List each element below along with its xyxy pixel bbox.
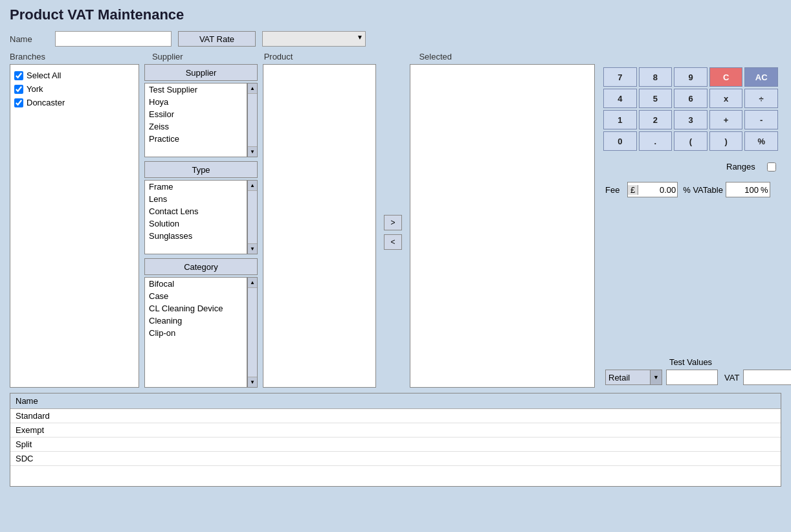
percent-label: %: [759, 185, 770, 195]
table-cell-name: Split: [10, 438, 781, 452]
table-row[interactable]: Exempt: [10, 423, 781, 438]
supplier-item-1[interactable]: Hoya: [145, 96, 247, 108]
calc-c[interactable]: C: [709, 67, 743, 87]
vat-result-label: VAT: [724, 373, 739, 382]
type-button[interactable]: Type: [144, 161, 258, 178]
branch-doncaster-checkbox[interactable]: [14, 98, 23, 107]
retail-arrow[interactable]: ▼: [651, 370, 662, 385]
product-listbox[interactable]: [263, 64, 376, 388]
bottom-table: Name Standard Exempt Split SDC: [10, 393, 781, 466]
category-scroll-up[interactable]: ▲: [248, 278, 257, 288]
selected-listbox[interactable]: [410, 64, 595, 388]
supplier-section: Supplier Test Supplier Hoya Essilor Zeis…: [144, 64, 258, 157]
supplier-item-3[interactable]: Zeiss: [145, 120, 247, 133]
branches-panel: Select All York Doncaster: [10, 64, 139, 388]
test-values-label: Test Values: [605, 357, 776, 367]
table-row[interactable]: Split: [10, 438, 781, 452]
selected-col-label: Selected: [419, 52, 452, 61]
category-button[interactable]: Category: [144, 258, 258, 275]
category-item-1[interactable]: Case: [145, 290, 247, 302]
calc-6[interactable]: 6: [674, 89, 707, 108]
selected-panel: [410, 64, 595, 388]
fee-symbol: £: [628, 185, 638, 195]
ranges-checkbox[interactable]: [767, 162, 776, 172]
calc-open-paren[interactable]: (: [674, 131, 707, 151]
supplier-item-0[interactable]: Test Supplier: [145, 83, 247, 96]
move-left-button[interactable]: <: [384, 234, 402, 250]
ranges-label: Ranges: [726, 162, 762, 172]
calc-close-paren[interactable]: ): [709, 131, 743, 151]
calc-minus[interactable]: -: [744, 110, 778, 129]
calc-dot[interactable]: .: [639, 131, 673, 151]
category-item-4[interactable]: Clip-on: [145, 327, 247, 339]
calc-5[interactable]: 5: [639, 89, 673, 108]
vatable-label: % VATable: [683, 185, 723, 195]
type-item-2[interactable]: Contact Lens: [145, 205, 247, 217]
transfer-arrows: > <: [381, 64, 405, 388]
test-values-section: Test Values Retail Cost Nett ▼ VAT: [600, 355, 781, 388]
type-section: Type Frame Lens Contact Lens Solution Su…: [144, 161, 258, 254]
branch-doncaster[interactable]: Doncaster: [14, 96, 135, 109]
test-value-input[interactable]: [666, 370, 718, 385]
category-section: Category Bifocal Case CL Cleaning Device…: [144, 258, 258, 388]
calc-4[interactable]: 4: [603, 89, 637, 108]
table-row[interactable]: SDC: [10, 452, 781, 466]
calc-plus[interactable]: +: [709, 110, 743, 129]
calc-percent[interactable]: %: [744, 131, 778, 151]
supplier-col-label: Supplier: [152, 52, 183, 61]
calc-8[interactable]: 8: [639, 67, 673, 87]
supplier-scroll-down[interactable]: ▼: [248, 146, 257, 157]
type-item-0[interactable]: Frame: [145, 181, 247, 193]
fee-row: Fee £ % VATable %: [600, 179, 781, 200]
calculator: 7 8 9 C AC 4 5 6 x ÷ 1 2 3 + - 0 . ( ) %: [600, 64, 781, 154]
retail-select[interactable]: Retail Cost Nett: [605, 370, 651, 385]
name-input[interactable]: [55, 31, 172, 47]
branch-york[interactable]: York: [14, 82, 135, 96]
bottom-table-container: Name Standard Exempt Split SDC: [10, 393, 781, 487]
branch-york-checkbox[interactable]: [14, 85, 23, 94]
calc-0[interactable]: 0: [603, 131, 637, 151]
calc-multiply[interactable]: x: [709, 89, 743, 108]
branch-select-all-checkbox[interactable]: [14, 71, 23, 80]
fee-input-wrapper: £: [627, 182, 678, 197]
type-scroll-up[interactable]: ▲: [248, 181, 257, 191]
vat-result-input[interactable]: [743, 370, 791, 385]
type-scroll-down[interactable]: ▼: [248, 243, 257, 254]
calc-divide[interactable]: ÷: [744, 89, 778, 108]
supplier-item-2[interactable]: Essilor: [145, 108, 247, 120]
table-cell-name: SDC: [10, 452, 781, 466]
table-row[interactable]: Standard: [10, 409, 781, 423]
category-item-0[interactable]: Bifocal: [145, 278, 247, 290]
branch-select-all[interactable]: Select All: [14, 69, 135, 82]
type-item-4[interactable]: Sunglasses: [145, 230, 247, 242]
product-panel: [263, 64, 376, 388]
type-list[interactable]: Frame Lens Contact Lens Solution Sunglas…: [144, 180, 247, 254]
vatable-input[interactable]: [726, 183, 759, 197]
category-item-3[interactable]: Cleaning: [145, 315, 247, 327]
calc-3[interactable]: 3: [674, 110, 707, 129]
right-panel: 7 8 9 C AC 4 5 6 x ÷ 1 2 3 + - 0 . ( ) %: [600, 64, 781, 388]
calc-1[interactable]: 1: [603, 110, 637, 129]
supplier-item-4[interactable]: Practice: [145, 133, 247, 145]
fee-input[interactable]: [638, 183, 677, 197]
calc-7[interactable]: 7: [603, 67, 637, 87]
supplier-list[interactable]: Test Supplier Hoya Essilor Zeiss Practic…: [144, 83, 247, 157]
supplier-scroll-up[interactable]: ▲: [248, 83, 257, 94]
table-cell-name: Exempt: [10, 423, 781, 438]
vat-rate-button[interactable]: VAT Rate: [178, 31, 256, 47]
calc-2[interactable]: 2: [639, 110, 673, 129]
branch-select-all-label: Select All: [27, 71, 61, 80]
category-list[interactable]: Bifocal Case CL Cleaning Device Cleaning…: [144, 277, 247, 388]
vat-dropdown[interactable]: Standard Exempt Split SDC: [262, 31, 366, 47]
calc-ac[interactable]: AC: [744, 67, 778, 87]
type-item-1[interactable]: Lens: [145, 193, 247, 205]
move-right-button[interactable]: >: [384, 215, 402, 230]
supplier-button[interactable]: Supplier: [144, 64, 258, 81]
calc-9[interactable]: 9: [674, 67, 707, 87]
type-item-3[interactable]: Solution: [145, 217, 247, 230]
table-cell-name: Standard: [10, 409, 781, 423]
fee-label: Fee: [605, 185, 625, 195]
category-item-2[interactable]: CL Cleaning Device: [145, 302, 247, 315]
branch-york-label: York: [27, 84, 43, 94]
category-scroll-down[interactable]: ▼: [248, 377, 257, 387]
